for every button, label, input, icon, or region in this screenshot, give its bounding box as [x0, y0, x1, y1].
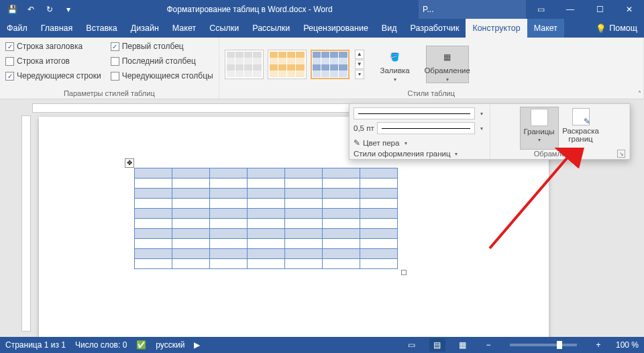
- status-proofing-icon[interactable]: ✅: [136, 340, 146, 350]
- tab-home[interactable]: Главная: [34, 19, 80, 38]
- table-row[interactable]: [135, 168, 398, 179]
- gallery-up-icon[interactable]: ▲: [355, 50, 364, 59]
- chk-total-row-label: Строка итогов: [17, 56, 70, 66]
- save-icon[interactable]: 💾: [4, 1, 20, 17]
- border-styles-label: Стили оформления границ: [354, 150, 451, 158]
- tab-review[interactable]: Рецензирование: [297, 19, 375, 38]
- zoom-value[interactable]: 100 %: [616, 340, 639, 350]
- shading-button[interactable]: 🪣 Заливка ▾: [374, 46, 417, 83]
- tab-layout[interactable]: Макет: [166, 19, 203, 38]
- chk-first-col[interactable]: ✓Первый столбец: [111, 40, 213, 52]
- table-row[interactable]: [135, 239, 398, 249]
- status-macro-icon[interactable]: ▶: [194, 340, 200, 350]
- tab-file[interactable]: Файл: [0, 19, 34, 38]
- group-caption-table-styles: Стили таблиц: [225, 88, 638, 97]
- view-print-icon[interactable]: ▤: [429, 338, 445, 352]
- chk-header-row-label: Строка заголовка: [17, 42, 83, 51]
- tab-table-layout[interactable]: Макет: [527, 19, 564, 38]
- status-language[interactable]: русский: [156, 340, 184, 350]
- chk-banded-cols[interactable]: Чередующиеся столбцы: [111, 70, 213, 82]
- group-table-style-options: ✓Строка заголовка Строка итогов ✓Чередую…: [0, 38, 219, 99]
- borders-grid-icon: [531, 109, 548, 126]
- tab-table-design[interactable]: Конструктор: [466, 19, 527, 38]
- quick-access-toolbar: 💾 ↶ ↻ ▾: [0, 1, 80, 17]
- status-words[interactable]: Число слов: 0: [75, 340, 127, 350]
- pen-color-button[interactable]: ✎Цвет пера▾: [354, 136, 486, 150]
- table-row[interactable]: [135, 209, 398, 219]
- title-bar: 💾 ↶ ↻ ▾ Форматирование таблиц в Word.doc…: [0, 0, 644, 19]
- zoom-out-icon[interactable]: −: [480, 338, 496, 352]
- borders-label: Обрамление: [424, 66, 470, 75]
- table-style-3[interactable]: [311, 50, 350, 79]
- pen-weight-combo[interactable]: [377, 122, 475, 134]
- line-style-combo[interactable]: [354, 107, 475, 119]
- qat-customize-icon[interactable]: ▾: [60, 1, 76, 17]
- line-style-dropdown-icon[interactable]: ▾: [478, 111, 486, 117]
- bulb-icon: 💡: [596, 23, 606, 34]
- tab-references[interactable]: Ссылки: [203, 19, 246, 38]
- chevron-down-icon: ▾: [535, 137, 543, 143]
- view-web-icon[interactable]: ▦: [455, 338, 471, 352]
- pen-weight-dropdown-icon[interactable]: ▾: [478, 125, 486, 132]
- window-title: Форматирование таблиц в Word.docx - Word: [80, 5, 419, 14]
- table-row[interactable]: [135, 229, 398, 239]
- borders-menu-button[interactable]: Границы ▾: [520, 107, 559, 150]
- tab-design[interactable]: Дизайн: [124, 19, 166, 38]
- window-controls: ▭ — ☐ ✕: [526, 0, 644, 19]
- borders-menu-label: Границы: [524, 128, 555, 136]
- close-icon[interactable]: ✕: [614, 0, 644, 19]
- minimize-icon[interactable]: —: [555, 0, 585, 19]
- chk-last-col[interactable]: Последний столбец: [111, 55, 213, 67]
- document-table[interactable]: [134, 168, 398, 269]
- maximize-icon[interactable]: ☐: [585, 0, 614, 19]
- chk-banded-rows-label: Чередующиеся строки: [17, 71, 101, 81]
- borders-icon: ▦: [438, 49, 457, 65]
- ribbon: ✓Строка заголовка Строка итогов ✓Чередую…: [0, 38, 644, 99]
- gallery-down-icon[interactable]: ▼: [355, 60, 364, 69]
- chk-banded-cols-label: Чередующиеся столбцы: [122, 71, 213, 81]
- redo-icon[interactable]: ↻: [42, 1, 58, 17]
- tell-me[interactable]: 💡 Помощ: [596, 19, 644, 38]
- border-styles-button[interactable]: Стили оформления границ ▾: [354, 150, 460, 158]
- chk-header-row[interactable]: ✓Строка заголовка: [5, 40, 101, 52]
- tab-insert[interactable]: Вставка: [79, 19, 123, 38]
- table-row[interactable]: [135, 199, 398, 209]
- chk-total-row[interactable]: Строка итогов: [5, 55, 101, 67]
- table-move-handle-icon[interactable]: ✥: [125, 158, 134, 168]
- tab-view[interactable]: Вид: [375, 19, 404, 38]
- pen-color-dropdown-icon: ▾: [402, 140, 410, 146]
- undo-icon[interactable]: ↶: [23, 1, 39, 17]
- border-painter-button[interactable]: ✎ Раскраска границ: [561, 107, 600, 150]
- table-style-2[interactable]: [268, 50, 307, 79]
- table-style-gallery[interactable]: ▲ ▼ ▾: [225, 50, 364, 79]
- table-style-1[interactable]: [225, 50, 264, 79]
- table-row[interactable]: [135, 249, 398, 259]
- tell-me-label: Помощ: [609, 23, 637, 33]
- tab-developer[interactable]: Разработчик: [403, 19, 466, 38]
- signin-area[interactable]: P...: [419, 0, 526, 19]
- table-resize-handle-icon[interactable]: [401, 270, 407, 275]
- table-row[interactable]: [135, 179, 398, 189]
- zoom-in-icon[interactable]: +: [590, 338, 606, 352]
- chk-banded-rows[interactable]: ✓Чередующиеся строки: [5, 70, 101, 82]
- collapse-ribbon-icon[interactable]: ˄: [638, 90, 641, 97]
- ribbon-display-icon[interactable]: ▭: [526, 0, 555, 19]
- chevron-down-icon: ▾: [446, 77, 449, 83]
- ribbon-tabs: Файл Главная Вставка Дизайн Макет Ссылки…: [0, 19, 644, 38]
- shading-label: Заливка: [380, 66, 409, 75]
- tab-mailings[interactable]: Рассылки: [246, 19, 297, 38]
- mini-group-caption: Обрамление: [494, 150, 617, 158]
- dialog-launcher-icon[interactable]: ↘: [617, 150, 625, 158]
- ruler-vertical[interactable]: [21, 115, 31, 332]
- gallery-more-icon[interactable]: ▾: [355, 70, 364, 79]
- table-row[interactable]: [135, 259, 398, 269]
- chk-last-col-label: Последний столбец: [122, 56, 196, 66]
- borders-split-button[interactable]: ▦ Обрамление ▾: [426, 46, 469, 83]
- view-read-icon[interactable]: ▭: [404, 338, 420, 352]
- status-page[interactable]: Страница 1 из 1: [5, 340, 66, 350]
- group-caption-style-options: Параметры стилей таблиц: [5, 88, 213, 97]
- zoom-slider[interactable]: [510, 344, 577, 346]
- table-row[interactable]: [135, 189, 398, 199]
- table-row[interactable]: [135, 219, 398, 229]
- pen-weight-label: 0,5 пт: [354, 124, 374, 132]
